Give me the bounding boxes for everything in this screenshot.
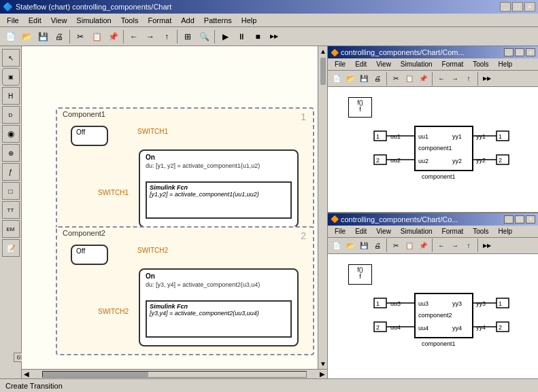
tr-copy[interactable]: 📋	[403, 73, 416, 85]
br-cut[interactable]: ✂	[390, 239, 402, 251]
tr-redo[interactable]: →	[449, 73, 461, 85]
em-tool[interactable]: EM	[2, 220, 20, 238]
copy-btn[interactable]: 📋	[89, 29, 104, 44]
state-tool[interactable]: ▣	[2, 68, 20, 86]
br-menu-tools[interactable]: Tools	[469, 227, 492, 236]
br-close[interactable]: ×	[526, 215, 535, 224]
undo-btn[interactable]: ←	[127, 29, 141, 44]
pause-btn[interactable]: ⏸	[234, 29, 249, 44]
bottom-right-toolbar: 📄 📂 💾 🖨 ✂ 📋 📌 ← → ↑ ▶▶	[328, 238, 538, 254]
connective-tool[interactable]: ⊕	[2, 144, 20, 162]
br-open[interactable]: 📂	[344, 239, 356, 251]
v-scrollbar[interactable]: ▲ ▼	[318, 46, 327, 369]
save-btn[interactable]: 💾	[35, 29, 50, 44]
tr-menu-file[interactable]: File	[331, 60, 350, 69]
br-redo[interactable]: →	[449, 239, 461, 251]
tr-save[interactable]: 💾	[358, 73, 370, 85]
svg-rect-14	[415, 126, 473, 171]
more-btn[interactable]: ▶▶	[267, 29, 282, 44]
tr-print[interactable]: 🖨	[371, 73, 384, 85]
fit-btn[interactable]: ⊞	[180, 29, 195, 44]
scroll-left[interactable]: ◀	[22, 370, 31, 378]
menu-patterns[interactable]: Patterns	[200, 16, 236, 25]
new-btn[interactable]: 📄	[3, 29, 18, 44]
menu-view[interactable]: View	[47, 16, 71, 25]
top-right-minimize[interactable]: _	[504, 48, 514, 56]
br-up[interactable]: ↑	[463, 239, 475, 251]
history-tool[interactable]: H	[2, 87, 20, 105]
scroll-right[interactable]: ▶	[318, 370, 327, 378]
print-btn[interactable]: 🖨	[52, 29, 67, 44]
stateflow-panel: Component1 1 Off SWITCH1 SWITCH1	[22, 46, 328, 378]
redo-btn[interactable]: →	[143, 29, 158, 44]
menu-file[interactable]: File	[3, 16, 23, 25]
stop-btn[interactable]: ■	[250, 29, 265, 44]
br-copy[interactable]: 📋	[403, 239, 416, 251]
br-menu-simulation[interactable]: Simulation	[397, 227, 437, 236]
svg-text:2: 2	[376, 324, 380, 331]
tr-paste[interactable]: 📌	[417, 73, 429, 85]
menu-help[interactable]: Help	[237, 16, 261, 25]
br-paste[interactable]: 📌	[417, 239, 429, 251]
play-btn[interactable]: ▶	[218, 29, 233, 44]
func-tool[interactable]: ƒ	[2, 163, 20, 181]
h-scrollbar[interactable]: ◀ ▶	[22, 369, 327, 378]
scroll-down[interactable]: ▼	[318, 359, 327, 369]
menu-format[interactable]: Format	[144, 16, 175, 25]
tr-new[interactable]: 📄	[331, 73, 343, 85]
tr-up[interactable]: ↑	[463, 73, 475, 85]
menu-simulation[interactable]: Simulation	[72, 16, 115, 25]
br-menu-help[interactable]: Help	[494, 227, 517, 236]
tr-undo[interactable]: ←	[435, 73, 448, 85]
tr-cut[interactable]: ✂	[390, 73, 402, 85]
tr-menu-edit[interactable]: Edit	[351, 60, 371, 69]
up-btn[interactable]: ↑	[159, 29, 174, 44]
maximize-btn[interactable]: □	[512, 2, 523, 12]
menu-edit[interactable]: Edit	[24, 16, 46, 25]
top-right-close[interactable]: ×	[526, 48, 535, 56]
br-more[interactable]: ▶▶	[481, 239, 493, 251]
tr-menu-view[interactable]: View	[372, 60, 395, 69]
tr-menu-format[interactable]: Format	[438, 60, 468, 69]
br-undo[interactable]: ←	[435, 239, 448, 251]
br-save[interactable]: 💾	[358, 239, 370, 251]
zoom-btn[interactable]: 🔍	[197, 29, 212, 44]
close-btn[interactable]: ×	[524, 2, 535, 12]
menu-add[interactable]: Add	[177, 16, 199, 25]
comp1-simulink-box: Simulink Fcn [y1,y2] = activate_componen…	[146, 181, 292, 219]
svg-rect-10	[374, 155, 386, 164]
svg-text:uu2: uu2	[418, 158, 428, 164]
scroll-thumb-v[interactable]	[318, 56, 327, 359]
tr-more[interactable]: ▶▶	[481, 73, 493, 85]
simulink-top-title: controlling_components/Chart/Com...	[341, 48, 465, 56]
tr-menu-tools[interactable]: Tools	[469, 60, 492, 69]
br-print[interactable]: 🖨	[371, 239, 384, 251]
tr-menu-simulation[interactable]: Simulation	[397, 60, 437, 69]
tr-menu-help[interactable]: Help	[494, 60, 517, 69]
br-menu-edit[interactable]: Edit	[351, 227, 371, 236]
select-tool[interactable]: ↖	[2, 49, 20, 67]
note-tool[interactable]: 📝	[2, 239, 20, 257]
br-menu-view[interactable]: View	[372, 227, 395, 236]
junction-tool[interactable]: ◉	[2, 125, 20, 143]
open-btn[interactable]: 📂	[19, 29, 34, 44]
paste-btn[interactable]: 📌	[105, 29, 120, 44]
truth-tool[interactable]: TT	[2, 201, 20, 219]
minimize-btn[interactable]: _	[500, 2, 511, 12]
br-minimize[interactable]: _	[504, 215, 514, 224]
br-new[interactable]: 📄	[331, 239, 343, 251]
menu-tools[interactable]: Tools	[117, 16, 143, 25]
box-tool[interactable]: □	[2, 182, 20, 200]
scroll-up[interactable]: ▲	[318, 46, 327, 56]
br-maximize[interactable]: □	[515, 215, 524, 224]
br-menu-file[interactable]: File	[331, 227, 350, 236]
top-right-maximize[interactable]: □	[515, 48, 524, 56]
top-right-title-left: 🔶 controlling_components/Chart/Com...	[331, 48, 465, 56]
svg-text:uu2: uu2	[390, 157, 401, 164]
cut-btn[interactable]: ✂	[73, 29, 88, 44]
default-tool[interactable]: D	[2, 106, 20, 124]
tr-open[interactable]: 📂	[344, 73, 356, 85]
scroll-track-h[interactable]	[42, 371, 307, 378]
br-menu-format[interactable]: Format	[438, 227, 468, 236]
top-func-sub: f	[354, 106, 366, 113]
